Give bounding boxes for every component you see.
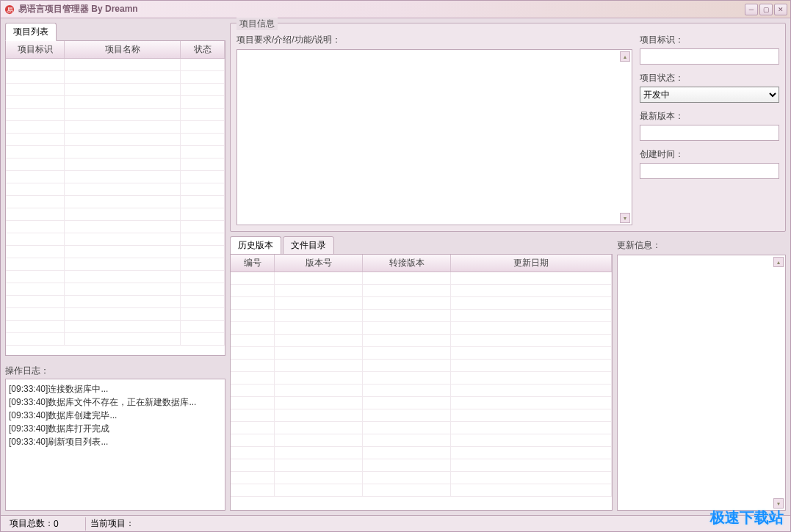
created-time-field[interactable] (640, 163, 779, 179)
col-project-name[interactable]: 项目名称 (65, 41, 181, 58)
log-textarea[interactable]: [09:33:40]连接数据库中... [09:33:40]数据库文件不存在，正… (5, 379, 225, 511)
close-button[interactable]: ✕ (774, 4, 787, 15)
scroll-up-icon[interactable]: ▴ (620, 51, 630, 62)
desc-textarea[interactable]: ▴ ▾ (236, 49, 632, 225)
statusbar: 项目总数： 0 当前项目： (1, 515, 790, 531)
log-line: [09:33:40]数据库打开完成 (9, 422, 222, 435)
project-list-table[interactable]: 项目标识 项目名称 状态 (5, 40, 225, 356)
maximize-button[interactable]: ▢ (759, 4, 773, 15)
history-table[interactable]: 编号 版本号 转接版本 更新日期 (230, 254, 613, 511)
project-info-legend: 项目信息 (236, 18, 278, 30)
left-panel: 项目列表 项目标识 项目名称 状态 (5, 23, 225, 511)
log-line: [09:33:40]连接数据库中... (9, 382, 222, 396)
project-list-body[interactable] (6, 59, 225, 355)
col-transfer[interactable]: 转接版本 (363, 255, 451, 272)
col-project-id[interactable]: 项目标识 (6, 41, 65, 58)
latest-version-field[interactable] (640, 125, 779, 141)
app-icon: 易 (4, 4, 15, 15)
status-total: 项目总数： 0 (5, 517, 86, 531)
tab-files[interactable]: 文件目录 (283, 236, 334, 255)
col-ver[interactable]: 版本号 (275, 255, 363, 272)
latest-version-label: 最新版本： (640, 110, 779, 123)
scroll-down-icon[interactable]: ▾ (773, 498, 784, 509)
update-info-label: 更新信息： (617, 239, 786, 252)
project-info-group: 项目信息 项目要求/介绍/功能/说明： ▴ ▾ (230, 23, 786, 232)
tab-project-list[interactable]: 项目列表 (5, 23, 57, 41)
window-controls: ─ ▢ ✕ (745, 4, 787, 15)
history-header: 编号 版本号 转接版本 更新日期 (231, 255, 612, 272)
window-title: 易语言项目管理器 By Dreamn (18, 3, 745, 15)
project-status-select[interactable]: 开发中 (640, 87, 779, 103)
history-body[interactable] (231, 272, 612, 511)
svg-text:易: 易 (7, 6, 13, 13)
desc-label: 项目要求/介绍/功能/说明： (236, 34, 632, 46)
update-info-textarea[interactable]: ▴ ▾ (617, 255, 786, 511)
history-tabs: 历史版本 文件目录 (230, 236, 613, 255)
project-id-field[interactable] (640, 48, 779, 65)
status-current: 当前项目： (86, 517, 786, 531)
scroll-up-icon[interactable]: ▴ (773, 257, 784, 267)
col-no[interactable]: 编号 (231, 255, 275, 272)
status-current-label: 当前项目： (90, 517, 134, 530)
project-list-tabs: 项目列表 (5, 23, 225, 41)
status-total-label: 项目总数： (10, 517, 54, 530)
main-window: 易 易语言项目管理器 By Dreamn ─ ▢ ✕ 项目列表 项目标识 项目名… (0, 0, 791, 532)
log-line: [09:33:40]数据库创建完毕... (9, 409, 222, 422)
col-date[interactable]: 更新日期 (451, 255, 612, 272)
col-project-status[interactable]: 状态 (181, 41, 225, 58)
project-id-label: 项目标识： (640, 34, 779, 46)
scroll-down-icon[interactable]: ▾ (620, 213, 630, 223)
created-time-label: 创建时间： (640, 148, 779, 161)
right-panel: 项目信息 项目要求/介绍/功能/说明： ▴ ▾ (230, 23, 786, 511)
minimize-button[interactable]: ─ (745, 4, 758, 15)
project-list-header: 项目标识 项目名称 状态 (6, 41, 225, 59)
log-line: [09:33:40]刷新项目列表... (9, 435, 222, 448)
status-total-value: 0 (54, 519, 59, 529)
content-area: 项目列表 项目标识 项目名称 状态 (1, 18, 790, 515)
log-line: [09:33:40]数据库文件不存在，正在新建数据库... (9, 396, 222, 409)
project-status-label: 项目状态： (640, 72, 779, 84)
log-label: 操作日志： (5, 365, 225, 377)
tab-history[interactable]: 历史版本 (230, 236, 281, 255)
titlebar[interactable]: 易 易语言项目管理器 By Dreamn ─ ▢ ✕ (1, 1, 790, 18)
